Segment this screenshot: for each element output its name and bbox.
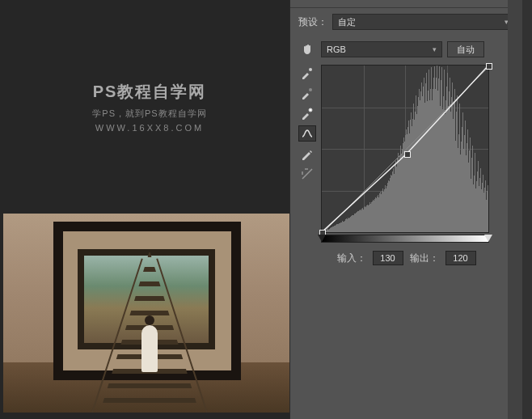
svg-point-2 (309, 108, 312, 112)
white-point-handle[interactable] (484, 235, 492, 242)
input-field[interactable]: 130 (373, 251, 403, 265)
curve-line (322, 66, 488, 232)
watermark-url: WWW.16XX8.COM (0, 123, 299, 133)
panel-gutter (508, 0, 522, 419)
channel-select[interactable]: RGB ▾ (321, 41, 442, 57)
curve-point[interactable] (486, 63, 492, 70)
svg-line-3 (322, 66, 488, 232)
hand-icon[interactable] (298, 41, 316, 57)
person-figure (141, 325, 158, 372)
preset-label: 预设： (298, 15, 327, 29)
preset-value: 自定 (338, 15, 356, 29)
black-point-handle[interactable] (318, 235, 326, 242)
watermark-title: PS教程自学网 (0, 81, 299, 103)
output-field[interactable]: 120 (445, 251, 476, 265)
eyedropper-gray-icon[interactable] (298, 85, 316, 101)
curves-panel: 预设： 自定 ▾ RGB ▾ 自动 (289, 0, 522, 419)
eyedropper-black-icon[interactable] (298, 65, 316, 81)
output-label: 输出： (410, 252, 439, 265)
chevron-down-icon: ▾ (433, 42, 437, 57)
channel-value: RGB (327, 42, 346, 57)
curve-point[interactable] (404, 151, 411, 158)
svg-point-1 (309, 88, 312, 91)
pencil-icon[interactable] (298, 146, 316, 162)
composite-image (3, 214, 296, 413)
clip-icon[interactable] (298, 166, 316, 182)
curves-graph[interactable] (321, 65, 489, 233)
panel-header-strip (290, 0, 522, 8)
auto-button[interactable]: 自动 (447, 41, 484, 57)
input-label: 输入： (337, 252, 366, 265)
canvas-area: PS教程自学网 学PS，就到PS教程自学网 WWW.16XX8.COM (0, 0, 299, 419)
svg-point-0 (309, 68, 312, 71)
eyedropper-tool-column (298, 63, 316, 243)
eyedropper-white-icon[interactable] (298, 105, 316, 121)
preset-select[interactable]: 自定 ▾ (332, 14, 514, 30)
watermark: PS教程自学网 学PS，就到PS教程自学网 WWW.16XX8.COM (0, 81, 299, 133)
watermark-sub: 学PS，就到PS教程自学网 (0, 108, 299, 120)
gradient-slider[interactable] (321, 235, 489, 243)
curve-smooth-icon[interactable] (298, 125, 316, 142)
